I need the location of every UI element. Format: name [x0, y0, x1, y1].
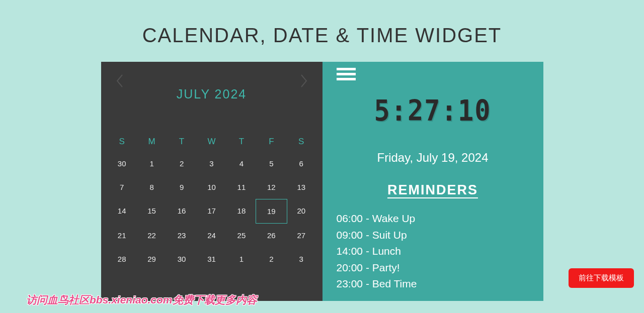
info-panel: 5:27:10 Friday, July 19, 2024 REMINDERS …	[323, 62, 543, 301]
day-of-week-header: S	[107, 132, 137, 152]
reminders-heading: REMINDERS	[337, 182, 529, 198]
calendar-day[interactable]: 26	[257, 224, 286, 247]
day-of-week-header: T	[226, 132, 256, 152]
day-of-week-header: W	[197, 132, 226, 152]
calendar-nav: JULY 2024	[107, 72, 316, 101]
day-of-week-header: F	[257, 132, 286, 152]
day-of-week-header: S	[286, 132, 316, 152]
calendar-day[interactable]: 30	[107, 152, 137, 175]
calendar-day[interactable]: 4	[226, 152, 256, 175]
page-title: CALENDAR, DATE & TIME WIDGET	[0, 0, 644, 62]
calendar-day[interactable]: 19	[257, 199, 286, 224]
reminder-item: 20:00 - Party!	[337, 260, 529, 276]
reminder-item: 23:00 - Bed Time	[337, 276, 529, 292]
menu-button[interactable]	[337, 68, 356, 80]
chevron-right-icon	[300, 74, 308, 88]
calendar-day[interactable]: 3	[197, 152, 226, 175]
calendar-grid: SMTWTFS301234567891011121314151617181920…	[107, 132, 316, 271]
day-of-week-header: T	[167, 132, 196, 152]
calendar-day[interactable]: 31	[197, 247, 226, 271]
calendar-day[interactable]: 15	[137, 199, 167, 224]
clock-display: 5:27:10	[337, 94, 529, 127]
calendar-day[interactable]: 1	[226, 247, 256, 271]
calendar-day[interactable]: 6	[286, 152, 316, 175]
calendar-day[interactable]: 13	[286, 175, 316, 199]
reminders-list: 06:00 - Wake Up09:00 - Suit Up14:00 - Lu…	[337, 211, 529, 292]
download-template-button[interactable]: 前往下载模板	[569, 268, 634, 288]
calendar-day[interactable]: 8	[137, 175, 167, 199]
calendar-day[interactable]: 29	[137, 247, 167, 271]
calendar-day[interactable]: 28	[107, 247, 137, 271]
next-month-button[interactable]	[300, 74, 308, 90]
prev-month-button[interactable]	[115, 74, 123, 90]
calendar-day[interactable]: 5	[257, 152, 286, 175]
calendar-day[interactable]: 25	[226, 224, 256, 247]
calendar-widget: JULY 2024 SMTWTFS30123456789101112131415…	[101, 62, 543, 301]
calendar-day[interactable]: 23	[167, 224, 196, 247]
calendar-panel: JULY 2024 SMTWTFS30123456789101112131415…	[101, 62, 323, 301]
calendar-day[interactable]: 10	[197, 175, 226, 199]
calendar-day[interactable]: 14	[107, 199, 137, 224]
calendar-day[interactable]: 2	[257, 247, 286, 271]
calendar-day[interactable]: 2	[167, 152, 196, 175]
calendar-day[interactable]: 11	[226, 175, 256, 199]
footer-promo-text: 访问血鸟社区bbs.xieniao.com免费下载更多内容	[26, 293, 257, 307]
current-date: Friday, July 19, 2024	[337, 151, 529, 165]
chevron-left-icon	[115, 74, 123, 88]
day-of-week-header: M	[137, 132, 167, 152]
calendar-day[interactable]: 12	[257, 175, 286, 199]
calendar-day[interactable]: 24	[197, 224, 226, 247]
calendar-day[interactable]: 16	[167, 199, 196, 224]
calendar-day[interactable]: 3	[286, 247, 316, 271]
reminder-item: 09:00 - Suit Up	[337, 227, 529, 244]
calendar-day[interactable]: 9	[167, 175, 196, 199]
calendar-day[interactable]: 18	[226, 199, 256, 224]
month-label: JULY 2024	[107, 72, 316, 101]
calendar-day[interactable]: 7	[107, 175, 137, 199]
calendar-day[interactable]: 21	[107, 224, 137, 247]
reminder-item: 14:00 - Lunch	[337, 243, 529, 260]
hamburger-icon	[337, 68, 356, 70]
reminder-item: 06:00 - Wake Up	[337, 211, 529, 227]
calendar-day[interactable]: 20	[286, 199, 316, 224]
calendar-day[interactable]: 27	[286, 224, 316, 247]
calendar-day[interactable]: 30	[167, 247, 196, 271]
calendar-day[interactable]: 17	[197, 199, 226, 224]
calendar-day[interactable]: 22	[137, 224, 167, 247]
calendar-day[interactable]: 1	[137, 152, 167, 175]
